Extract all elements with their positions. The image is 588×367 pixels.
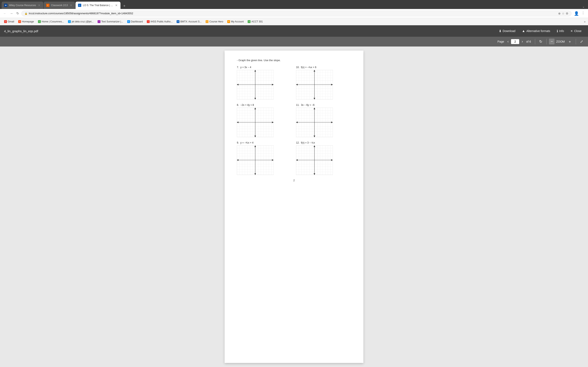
problem-8: 8. −2x + 4y = 8 [237,104,292,137]
bookmark-label-myaccount: My Account [231,20,243,23]
page-input[interactable] [511,39,519,44]
bookmark-myaccount[interactable]: M My Account [226,20,245,24]
pdf-filename: 4_lin_graphs_lin_eqs.pdf [4,29,38,33]
tab-lo5[interactable]: L LO 5: The Trial Balance | Finan... ✕ [76,2,121,9]
page-number: 2 [237,179,351,182]
graph-12 [296,145,333,175]
problem-11-label: 11. 3x − 6y = −6 [296,104,351,106]
cast-icon: ⊕ [558,12,561,15]
bookmark-homepage[interactable]: H Homepage [17,20,35,24]
tab-favicon-classwork: C [46,4,49,7]
bookmark-label-home2: Home | Cosumnes... [42,20,64,23]
bookmark-label-jet: jet dela cruz (@jet... [72,20,94,23]
graph-11 [296,108,333,137]
bookmark-coursehero[interactable]: C Course Hero [204,20,225,24]
bookmark-label-gmail: Gmail [8,20,14,23]
alt-formats-label: Alternative formats [526,29,550,33]
profile-icon[interactable]: 👤 [573,10,580,17]
zoom-in-button[interactable]: ＋ [566,38,573,45]
reload-button[interactable]: ↻ [16,11,20,16]
pdf-content-area: - Graph the given line. Use the slope. 7… [0,47,588,367]
bookmark-favicon-text: T [98,20,100,23]
bookmark-label-acct: ACCT 301 [251,20,263,23]
download-button[interactable]: ⬇ Download [496,28,518,34]
tab-close-wiley[interactable]: ✕ [38,3,41,7]
pdf-page: - Graph the given line. Use the slope. 7… [225,50,363,363]
bookmark-favicon-homepage: H [18,20,21,23]
graph-10 [296,70,333,100]
download-icon: ⬇ [499,29,502,33]
problem-10: 10. f(x) = −³⁄₄x + 6 [296,66,351,100]
bookmark-favicon-ihss: I [147,20,150,23]
bookmark-home2[interactable]: C Home | Cosumnes... [36,20,66,24]
bookmark-label-dashboard: Dashboard [131,20,143,23]
bookmark-label-ihss: IHSS Public Autho... [150,20,173,23]
url-text: lrccd.instructure.com/courses/195058/ass… [29,12,133,15]
bookmark-favicon-dashboard: D [127,20,130,23]
problem-9-label: 9. y = −³⁄₂x + 4 [237,141,292,144]
graph-7 [237,70,274,100]
graph-9 [237,145,274,175]
bookmark-favicon-bmtx: B [177,20,180,23]
close-button[interactable]: ✕ Close [568,28,584,34]
bookmark-jet[interactable]: J jet dela cruz (@jet... [66,20,95,24]
star-icon[interactable]: ☆ [562,12,564,15]
lock-icon: 🔒 [25,12,27,15]
browser-chrome: W Wiley Course Resources ✕ C Classwork 2… [0,0,588,25]
bookmark-text[interactable]: T Text Summarizer |... [96,20,125,24]
forward-button[interactable]: → [9,11,14,16]
back-button[interactable]: ← [2,11,7,16]
menu-icon[interactable]: ⋮ [581,10,586,17]
tab-label-lo5: LO 5: The Trial Balance | Finan... [83,4,113,7]
bookmark-label-bmtx: BMTX: Account S... [180,20,201,23]
next-page-button[interactable]: › [520,39,525,44]
address-bar: ← → ↻ 🔒 lrccd.instructure.com/courses/19… [0,9,588,18]
zoom-out-button[interactable]: − [549,39,554,44]
tab-label-classwork: Classwork 2/13 [51,4,68,7]
bookmark-gmail[interactable]: G Gmail [2,20,16,24]
fullscreen-button[interactable]: ⤢ [579,39,585,45]
alt-formats-button[interactable]: ▲ Alternative formats [519,28,553,34]
problem-12-label: 12. f(x) = 3 − ¹⁄₂x [296,141,351,144]
rotate-button[interactable]: ↻ [537,39,544,45]
bookmark-ihss[interactable]: I IHSS Public Autho... [145,20,174,24]
bookmark-favicon-acct: A [248,20,251,23]
url-bar[interactable]: 🔒 lrccd.instructure.com/courses/195058/a… [21,11,571,16]
tab-close-lo5[interactable]: ✕ [115,3,118,7]
tab-close-classwork[interactable]: ✕ [69,3,73,7]
bookmark-favicon-myaccount: M [227,20,230,23]
tab-label-wiley: Wiley Course Resources [9,4,36,7]
bookmarks-bar: G Gmail H Homepage C Home | Cosumnes... … [0,18,588,25]
prev-page-button[interactable]: ‹ [506,39,510,44]
tab-wiley[interactable]: W Wiley Course Resources ✕ [2,2,43,9]
info-button[interactable]: ℹ Info [554,28,566,34]
extensions-icon[interactable]: ⚙ [566,12,568,15]
tab-classwork[interactable]: C Classwork 2/13 ✕ [44,2,75,9]
bookmark-acct[interactable]: A ACCT 301 [246,20,264,24]
problem-12: 12. f(x) = 3 − ¹⁄₂x [296,141,351,175]
bookmark-label-coursehero: Course Hero [209,20,223,23]
new-tab-button[interactable]: ＋ [121,2,128,9]
pdf-nav-bar: Page ‹ › of 6 ↻ − ZOOM ＋ ⤢ [0,37,588,47]
graph-8 [237,108,274,137]
download-label: Download [503,29,515,33]
tab-bar: W Wiley Course Resources ✕ C Classwork 2… [0,0,588,9]
pdf-toolbar: 4_lin_graphs_lin_eqs.pdf ⬇ Download ▲ Al… [0,25,588,37]
problem-10-label: 10. f(x) = −³⁄₄x + 6 [296,66,351,69]
bookmark-bmtx[interactable]: B BMTX: Account S... [175,20,203,24]
problem-7-label: 7. y = 3x − 4 [237,66,292,69]
close-label: Close [574,29,581,33]
bookmarks-more-icon[interactable]: » [584,20,586,23]
bookmark-favicon-home2: C [38,20,41,23]
problem-8-label: 8. −2x + 4y = 8 [237,104,292,106]
url-action-icons: ⊕ ☆ ⚙ [558,12,568,15]
problem-11: 11. 3x − 6y = −6 [296,104,351,137]
tab-favicon-wiley: W [4,4,7,7]
zoom-label: ZOOM [555,40,566,43]
bookmark-label-homepage: Homepage [22,20,34,23]
bookmark-dashboard[interactable]: D Dashboard [126,20,145,24]
tab-list-chevron[interactable]: ⌄ [581,4,586,9]
bookmark-favicon-coursehero: C [206,20,208,23]
tab-favicon-lo5: L [78,4,81,7]
bookmark-favicon-gmail: G [4,20,7,23]
